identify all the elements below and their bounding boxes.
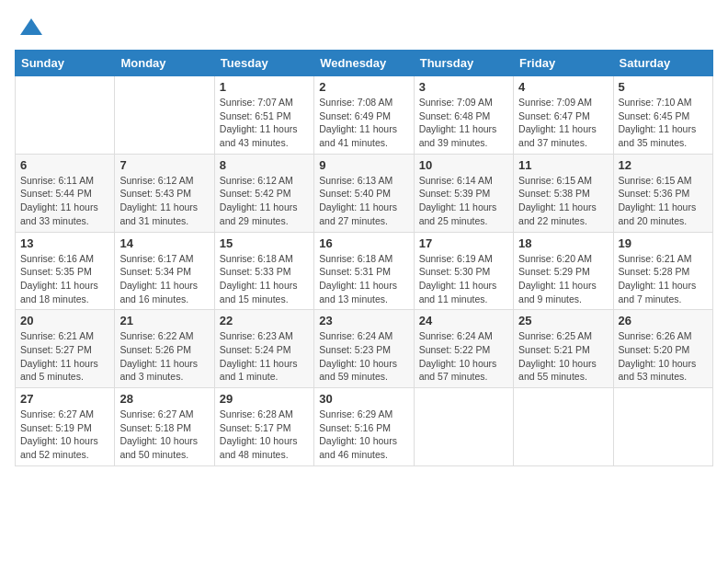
- calendar-cell: 20Sunrise: 6:21 AM Sunset: 5:27 PM Dayli…: [16, 310, 115, 388]
- day-info: Sunrise: 6:21 AM Sunset: 5:28 PM Dayligh…: [619, 252, 708, 306]
- day-number: 2: [319, 80, 408, 94]
- day-number: 11: [518, 158, 608, 172]
- day-info: Sunrise: 6:12 AM Sunset: 5:42 PM Dayligh…: [220, 174, 309, 228]
- day-number: 22: [220, 314, 309, 327]
- calendar-cell: 18Sunrise: 6:20 AM Sunset: 5:29 PM Dayli…: [514, 232, 613, 310]
- page-header: [15, 15, 713, 40]
- day-info: Sunrise: 6:24 AM Sunset: 5:22 PM Dayligh…: [419, 329, 508, 384]
- day-number: 14: [119, 236, 209, 250]
- day-number: 26: [619, 314, 708, 327]
- calendar-cell: 2Sunrise: 7:08 AM Sunset: 6:49 PM Daylig…: [314, 76, 414, 155]
- calendar-cell: 17Sunrise: 6:19 AM Sunset: 5:30 PM Dayli…: [414, 232, 513, 310]
- calendar-cell: 29Sunrise: 6:28 AM Sunset: 5:17 PM Dayli…: [214, 388, 313, 466]
- day-info: Sunrise: 7:09 AM Sunset: 6:48 PM Dayligh…: [419, 96, 508, 150]
- calendar-week-row: 27Sunrise: 6:27 AM Sunset: 5:19 PM Dayli…: [16, 388, 713, 466]
- day-number: 1: [220, 80, 309, 94]
- day-number: 28: [119, 392, 209, 406]
- day-of-week-header: Sunday: [16, 51, 115, 76]
- day-number: 25: [518, 314, 608, 327]
- calendar-cell: 5Sunrise: 7:10 AM Sunset: 6:45 PM Daylig…: [613, 76, 712, 155]
- day-info: Sunrise: 6:16 AM Sunset: 5:35 PM Dayligh…: [20, 252, 109, 306]
- calendar-cell: 30Sunrise: 6:29 AM Sunset: 5:16 PM Dayli…: [314, 388, 414, 466]
- logo-icon: [18, 15, 44, 40]
- day-number: 15: [220, 236, 309, 250]
- day-number: 4: [518, 80, 608, 94]
- calendar-cell: 9Sunrise: 6:13 AM Sunset: 5:40 PM Daylig…: [314, 154, 414, 232]
- calendar-cell: 25Sunrise: 6:25 AM Sunset: 5:21 PM Dayli…: [514, 310, 613, 388]
- day-info: Sunrise: 6:18 AM Sunset: 5:31 PM Dayligh…: [319, 252, 408, 306]
- calendar-cell: 6Sunrise: 6:11 AM Sunset: 5:44 PM Daylig…: [16, 154, 115, 232]
- day-info: Sunrise: 7:10 AM Sunset: 6:45 PM Dayligh…: [619, 96, 708, 150]
- day-info: Sunrise: 6:14 AM Sunset: 5:39 PM Dayligh…: [419, 174, 508, 228]
- day-number: 29: [220, 392, 309, 406]
- calendar-week-row: 20Sunrise: 6:21 AM Sunset: 5:27 PM Dayli…: [16, 310, 713, 388]
- calendar-cell: 3Sunrise: 7:09 AM Sunset: 6:48 PM Daylig…: [414, 76, 513, 155]
- calendar-header-row: SundayMondayTuesdayWednesdayThursdayFrid…: [16, 51, 713, 76]
- day-info: Sunrise: 6:15 AM Sunset: 5:36 PM Dayligh…: [619, 174, 708, 228]
- day-of-week-header: Friday: [514, 51, 613, 76]
- calendar-cell: 7Sunrise: 6:12 AM Sunset: 5:43 PM Daylig…: [115, 154, 214, 232]
- calendar-cell: 27Sunrise: 6:27 AM Sunset: 5:19 PM Dayli…: [16, 388, 115, 466]
- day-number: 21: [119, 314, 209, 327]
- day-number: 12: [619, 158, 708, 172]
- day-info: Sunrise: 6:29 AM Sunset: 5:16 PM Dayligh…: [319, 408, 408, 462]
- day-number: 23: [319, 314, 408, 327]
- day-of-week-header: Saturday: [613, 51, 712, 76]
- calendar-cell: 24Sunrise: 6:24 AM Sunset: 5:22 PM Dayli…: [414, 310, 513, 388]
- day-number: 24: [419, 314, 508, 327]
- day-info: Sunrise: 6:22 AM Sunset: 5:26 PM Dayligh…: [119, 329, 209, 384]
- calendar-week-row: 6Sunrise: 6:11 AM Sunset: 5:44 PM Daylig…: [16, 154, 713, 232]
- calendar-cell: 21Sunrise: 6:22 AM Sunset: 5:26 PM Dayli…: [115, 310, 214, 388]
- calendar-cell: [613, 388, 712, 466]
- day-info: Sunrise: 6:27 AM Sunset: 5:19 PM Dayligh…: [20, 408, 109, 462]
- calendar-table: SundayMondayTuesdayWednesdayThursdayFrid…: [15, 50, 713, 466]
- calendar-cell: 19Sunrise: 6:21 AM Sunset: 5:28 PM Dayli…: [613, 232, 712, 310]
- day-number: 8: [220, 158, 309, 172]
- day-info: Sunrise: 6:21 AM Sunset: 5:27 PM Dayligh…: [20, 329, 109, 384]
- day-info: Sunrise: 6:26 AM Sunset: 5:20 PM Dayligh…: [619, 329, 708, 384]
- calendar-cell: 22Sunrise: 6:23 AM Sunset: 5:24 PM Dayli…: [214, 310, 313, 388]
- day-info: Sunrise: 6:13 AM Sunset: 5:40 PM Dayligh…: [319, 174, 408, 228]
- calendar-cell: 10Sunrise: 6:14 AM Sunset: 5:39 PM Dayli…: [414, 154, 513, 232]
- day-info: Sunrise: 6:17 AM Sunset: 5:34 PM Dayligh…: [119, 252, 209, 306]
- day-number: 5: [619, 80, 708, 94]
- calendar-cell: [16, 76, 115, 155]
- day-number: 6: [20, 158, 109, 172]
- day-number: 20: [20, 314, 109, 327]
- calendar-cell: 4Sunrise: 7:09 AM Sunset: 6:47 PM Daylig…: [514, 76, 613, 155]
- day-number: 3: [419, 80, 508, 94]
- calendar-cell: 14Sunrise: 6:17 AM Sunset: 5:34 PM Dayli…: [115, 232, 214, 310]
- day-info: Sunrise: 6:27 AM Sunset: 5:18 PM Dayligh…: [119, 408, 209, 462]
- day-info: Sunrise: 6:11 AM Sunset: 5:44 PM Dayligh…: [20, 174, 109, 228]
- calendar-cell: [115, 76, 214, 155]
- day-info: Sunrise: 7:09 AM Sunset: 6:47 PM Dayligh…: [518, 96, 608, 150]
- day-number: 13: [20, 236, 109, 250]
- day-of-week-header: Wednesday: [314, 51, 414, 76]
- calendar-cell: 15Sunrise: 6:18 AM Sunset: 5:33 PM Dayli…: [214, 232, 313, 310]
- calendar-cell: 11Sunrise: 6:15 AM Sunset: 5:38 PM Dayli…: [514, 154, 613, 232]
- day-info: Sunrise: 6:28 AM Sunset: 5:17 PM Dayligh…: [220, 408, 309, 462]
- day-number: 17: [419, 236, 508, 250]
- day-number: 9: [319, 158, 408, 172]
- calendar-cell: 12Sunrise: 6:15 AM Sunset: 5:36 PM Dayli…: [613, 154, 712, 232]
- day-of-week-header: Monday: [115, 51, 214, 76]
- day-info: Sunrise: 7:07 AM Sunset: 6:51 PM Dayligh…: [220, 96, 309, 150]
- calendar-week-row: 1Sunrise: 7:07 AM Sunset: 6:51 PM Daylig…: [16, 76, 713, 155]
- day-of-week-header: Thursday: [414, 51, 513, 76]
- svg-marker-0: [20, 18, 42, 35]
- day-number: 18: [518, 236, 608, 250]
- calendar-cell: [514, 388, 613, 466]
- day-info: Sunrise: 6:24 AM Sunset: 5:23 PM Dayligh…: [319, 329, 408, 384]
- calendar-cell: 1Sunrise: 7:07 AM Sunset: 6:51 PM Daylig…: [214, 76, 313, 155]
- calendar-cell: 28Sunrise: 6:27 AM Sunset: 5:18 PM Dayli…: [115, 388, 214, 466]
- calendar-cell: [414, 388, 513, 466]
- day-number: 27: [20, 392, 109, 406]
- day-info: Sunrise: 6:18 AM Sunset: 5:33 PM Dayligh…: [220, 252, 309, 306]
- day-info: Sunrise: 6:19 AM Sunset: 5:30 PM Dayligh…: [419, 252, 508, 306]
- calendar-cell: 26Sunrise: 6:26 AM Sunset: 5:20 PM Dayli…: [613, 310, 712, 388]
- day-info: Sunrise: 7:08 AM Sunset: 6:49 PM Dayligh…: [319, 96, 408, 150]
- calendar-cell: 13Sunrise: 6:16 AM Sunset: 5:35 PM Dayli…: [16, 232, 115, 310]
- day-info: Sunrise: 6:25 AM Sunset: 5:21 PM Dayligh…: [518, 329, 608, 384]
- logo: [15, 15, 44, 40]
- day-of-week-header: Tuesday: [214, 51, 313, 76]
